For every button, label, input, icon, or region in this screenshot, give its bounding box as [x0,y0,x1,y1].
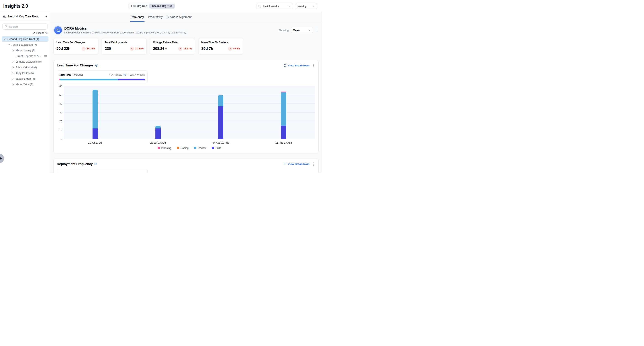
app-title: Insights 2.0 [3,3,28,9]
metric-card-row: 50d 22h↗84.37% [56,46,95,51]
stacked-bar[interactable] [218,86,224,139]
expand-corners-icon [284,64,286,67]
tree-item[interactable]: Second Org Tree Root (1) [2,36,48,42]
bar-segment-build [218,106,224,139]
tree-item[interactable]: Brian Kirkland (6) [2,65,48,70]
tab-efficiency[interactable]: Efficiency [130,12,144,22]
view-breakdown-link[interactable]: View Breakdown [284,163,310,166]
aggregation-select[interactable]: Mean [291,27,313,33]
lead-time-panel-header: Lead Time For Changes View Breakdown [57,63,315,68]
trend-delta: 40.8% [233,47,240,50]
info-icon[interactable] [95,64,98,67]
chevron-down-icon[interactable] [8,43,10,46]
main-area: EfficiencyProductivityBusiness Alignment… [50,12,322,173]
legend-label: Coding [180,147,189,150]
tree-item-label: Brian Kirkland (6) [16,66,37,69]
search-box [2,23,48,29]
metric-card[interactable]: Total Deployments230↘21.23% [102,38,147,55]
tab-productivity[interactable]: Productivity [148,12,162,22]
chevron-down-icon[interactable] [4,38,6,40]
org-toggle-option[interactable]: First Org Tree [129,4,149,8]
tree-item[interactable]: Mary Lowery (6) [2,48,48,53]
dora-cycle-icon [54,26,62,34]
summary-value: 50d 22h [60,73,71,77]
chevron-right-icon[interactable] [12,66,14,69]
lead-time-panel: Lead Time For Changes View Breakdown [53,60,318,153]
tree-item[interactable]: Tony Pallas (5) [2,70,48,76]
sidebar: Second Org Tree Root Expand All Second O… [0,12,50,173]
chevron-right-icon[interactable] [12,49,14,52]
chart-legend: PlanningCodingReviewBuild [64,147,315,150]
legend-item-review[interactable]: Review [194,147,206,150]
org-tree: Second Org Tree Root (1)Anna Scozzafava … [0,35,50,88]
tree-item[interactable]: Maya Yette (3) [2,82,48,87]
summary-tickets: 404 Tickets [109,73,122,76]
search-input[interactable] [9,25,46,28]
x-tick-label: 04 Aug-10 Aug [212,141,229,144]
aggregation-value: Mean [293,29,300,32]
org-tree-icon [3,15,6,18]
dora-header: DORA Metrics DORA metrics measure softwa… [53,25,318,35]
tree-item-label: Mary Lowery (6) [16,49,36,52]
granularity-select[interactable]: Weekly [296,3,317,9]
y-tick-label: 50 [56,94,62,96]
lead-time-menu-kebab-icon[interactable] [312,63,315,68]
gridline [64,112,315,113]
metric-card-row: 208.26%↗31.63% [153,46,192,51]
tree-item[interactable]: Direct Reports of A... [2,53,48,59]
metric-card[interactable]: Change Failure Rate208.26%↗31.63% [150,38,195,55]
x-tick-label: 28 Jul-03 Aug [150,141,166,144]
org-toggle-option[interactable]: Second Org Tree [150,4,175,8]
metric-card-value: 208.26 [153,46,164,51]
metric-card[interactable]: Lead Time For Changes50d 22h↗84.37% [53,38,98,55]
y-tick-label: 30 [56,111,62,114]
stacked-bar[interactable] [92,86,98,139]
metric-card-value: 85d 7h [201,46,213,51]
tree-item[interactable]: Anna Scozzafava (7) [2,42,48,47]
tree-item[interactable]: Lindsay Liszewski (8) [2,59,48,64]
trend-up-icon: ↗ [228,47,232,51]
sidebar-header[interactable]: Second Org Tree Root [0,12,50,21]
org-tree-toggle[interactable]: First Org TreeSecond Org Tree [128,3,175,9]
chevron-right-icon[interactable] [12,61,14,63]
bar-segment-review [92,90,98,128]
metric-card[interactable]: Mean Time To Restore85d 7h↗40.8% [198,38,243,55]
plot-area: 0102030405060 [64,86,315,139]
lead-time-summary-card: 50d 22h (Average) 404 Tickets | Last 4 W… [57,70,148,83]
bar-segment-build [156,128,161,139]
info-icon[interactable] [94,163,97,166]
trend-down-icon: ↘ [130,47,134,51]
showing-label: Showing [278,29,289,32]
stacked-bar[interactable] [156,86,161,139]
deployment-menu-kebab-icon[interactable] [312,162,315,167]
tree-item[interactable]: Jason Stead (4) [2,76,48,81]
chevron-right-icon[interactable] [12,83,14,86]
view-breakdown-link[interactable]: View Breakdown [284,64,310,67]
chevron-down-icon [312,5,315,7]
chevron-right-icon[interactable] [12,78,14,80]
tree-item-label: Maya Yette (3) [16,83,33,86]
legend-item-planning[interactable]: Planning [158,147,171,150]
deployment-summary-card [57,169,148,173]
chevron-down-icon [308,29,311,31]
trend-badge: ↘21.23% [130,47,144,51]
filter-sliders-icon[interactable] [44,55,47,57]
chevron-right-icon[interactable] [12,72,14,74]
legend-item-coding[interactable]: Coding [177,147,189,150]
legend-label: Build [216,147,221,150]
date-range-select[interactable]: Last 4 Weeks [256,3,293,9]
bar-segment-build [281,126,286,139]
legend-label: Review [198,147,206,150]
dora-titles: DORA Metrics DORA metrics measure softwa… [64,26,278,34]
summary-separator: | [128,73,128,76]
legend-item-build[interactable]: Build [212,147,221,150]
tab-business-alignment[interactable]: Business Alignment [167,12,192,22]
dora-description: DORA metrics measure software delivery p… [64,31,278,34]
expand-all-button[interactable]: Expand All [0,30,50,35]
x-axis-labels: 21 Jul-27 Jul28 Jul-03 Aug04 Aug-10 Aug1… [64,139,315,146]
dora-menu-kebab-icon[interactable] [316,28,319,33]
info-icon[interactable] [123,74,126,76]
chevron-up-icon[interactable] [45,15,48,18]
tree-item-label: Jason Stead (4) [16,77,35,80]
stacked-bar[interactable] [281,86,286,139]
